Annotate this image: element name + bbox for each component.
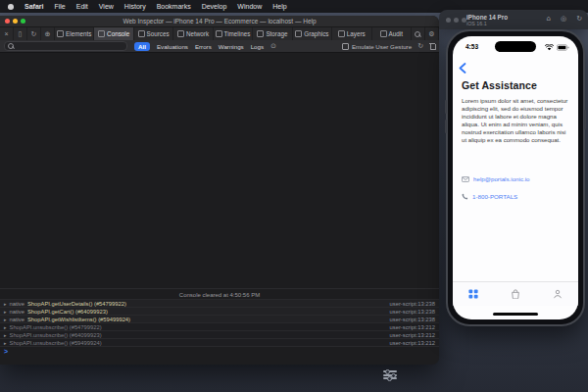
tab-console[interactable]: Console xyxy=(94,27,133,40)
log-row[interactable]: ▸ ShopAPI.unsubscribe() (#64099923) user… xyxy=(0,330,439,338)
console-filter-bar: All Evaluations Errors Warnings Logs ⊙ E… xyxy=(0,40,439,53)
menu-window[interactable]: Window xyxy=(237,3,262,10)
shopping-bag-tab-icon[interactable] xyxy=(511,289,520,299)
console-filter-input[interactable] xyxy=(4,41,127,51)
filter-sliders-icon[interactable] xyxy=(383,370,397,381)
menu-safari[interactable]: Safari xyxy=(24,3,43,10)
inspector-titlebar: Web Inspector — iPhone 14 Pro — Ecommerc… xyxy=(0,16,439,27)
simulator-device-title: iPhone 14 Pro xyxy=(466,14,508,21)
sim-minimize-button[interactable] xyxy=(454,18,459,23)
log-row[interactable]: ▸ native ShopAPI.getWishlistItems() (#59… xyxy=(0,315,439,322)
console-icon xyxy=(98,30,105,37)
scope-all[interactable]: All xyxy=(134,42,150,51)
menu-bookmarks[interactable]: Bookmarks xyxy=(157,3,191,10)
disclosure-triangle-icon[interactable]: ▸ xyxy=(4,324,7,330)
menu-view[interactable]: View xyxy=(99,3,114,10)
phone-link-row[interactable]: 1-800-PORTALS xyxy=(462,193,517,200)
home-icon[interactable]: ⌂ xyxy=(547,15,551,23)
reload-page-icon[interactable]: ↻ xyxy=(27,27,41,40)
emulate-user-gesture-toggle[interactable]: Emulate User Gesture xyxy=(342,43,412,50)
device-icon[interactable]: ▯ xyxy=(14,27,27,40)
simulator-os-subtitle: iOS 16.1 xyxy=(466,21,487,26)
status-bar-time: 4:53 xyxy=(466,43,478,50)
screenshot-icon[interactable]: ◎ xyxy=(561,15,566,23)
desktop: Safari File Edit View History Bookmarks … xyxy=(0,0,588,392)
profile-tab-icon[interactable] xyxy=(553,289,563,299)
layers-icon xyxy=(338,30,345,37)
console-log-list: ▸ native ShopAPI.getUserDetails() (#5479… xyxy=(0,299,439,346)
scope-logs[interactable]: Logs xyxy=(251,43,264,50)
log-source-link[interactable]: user-script:13:212 xyxy=(390,340,435,346)
console-output-area[interactable] xyxy=(0,53,439,288)
apps-grid-tab-icon[interactable] xyxy=(468,289,478,299)
inspector-window-title: Web Inspector — iPhone 14 Pro — Ecommerc… xyxy=(0,18,439,24)
menu-history[interactable]: History xyxy=(124,3,146,10)
phone-tab-bar xyxy=(453,281,578,306)
rotate-icon[interactable]: ↻ xyxy=(576,15,582,23)
tab-elements[interactable]: Elements xyxy=(55,27,94,40)
tab-network[interactable]: Network xyxy=(173,27,213,40)
tab-storage[interactable]: Storage xyxy=(253,27,292,40)
console-settings-icon[interactable]: ⊙ xyxy=(270,42,276,50)
apple-menu-icon[interactable] xyxy=(8,4,14,10)
disclosure-triangle-icon[interactable]: ▸ xyxy=(4,317,7,322)
close-inspector-icon[interactable]: × xyxy=(0,27,14,40)
menu-develop[interactable]: Develop xyxy=(202,3,227,10)
log-row[interactable]: ▸ native ShopAPI.getUserDetails() (#5479… xyxy=(0,299,439,307)
log-row[interactable]: ▸ ShopAPI.unsubscribe() (#59499924) user… xyxy=(0,338,439,346)
inspector-tab-bar: × ▯ ↻ ⊕ Elements Console Sources Network… xyxy=(0,27,439,40)
menu-edit[interactable]: Edit xyxy=(76,3,88,10)
clear-console-reload-icon[interactable]: ↻ xyxy=(417,42,423,50)
sim-close-button[interactable] xyxy=(446,18,451,23)
elements-icon xyxy=(57,30,64,37)
filter-search-icon xyxy=(8,43,14,49)
power-button[interactable] xyxy=(584,110,586,129)
trash-icon[interactable] xyxy=(429,43,435,49)
prompt-caret-icon: > xyxy=(4,348,8,355)
battery-icon xyxy=(557,44,569,51)
log-source-link[interactable]: user-script:13:238 xyxy=(390,309,435,315)
phone-link[interactable]: 1-800-PORTALS xyxy=(472,193,517,200)
assistance-body-text: Lorem ipsum dolor sit amet, consectetur … xyxy=(462,97,570,145)
search-icon[interactable] xyxy=(412,27,425,40)
log-row[interactable]: ▸ native ShopAPI.getCart() (#64099923) u… xyxy=(0,307,439,315)
simulator-window-titlebar: iPhone 14 Pro iOS 16.1 ⌂ ◎ ↻ xyxy=(439,10,588,29)
dynamic-island xyxy=(495,41,536,52)
disclosure-triangle-icon[interactable]: ▸ xyxy=(4,309,7,315)
audit-icon xyxy=(380,30,387,37)
graphics-icon xyxy=(295,30,302,37)
disclosure-triangle-icon[interactable]: ▸ xyxy=(4,301,7,307)
disclosure-triangle-icon[interactable]: ▸ xyxy=(4,340,7,346)
download-icon[interactable]: ⊕ xyxy=(41,27,55,40)
back-button[interactable] xyxy=(459,60,466,77)
tab-timelines[interactable]: Timelines xyxy=(214,27,253,40)
tab-sources[interactable]: Sources xyxy=(134,27,173,40)
volume-up-button[interactable] xyxy=(445,100,447,114)
email-link-row[interactable]: help@portals.ionic.io xyxy=(462,175,530,182)
tab-layers[interactable]: Layers xyxy=(332,27,371,40)
console-prompt[interactable]: > xyxy=(0,346,439,355)
scope-evaluations[interactable]: Evaluations xyxy=(157,43,188,50)
home-indicator[interactable] xyxy=(493,313,538,317)
log-source-link[interactable]: user-script:13:238 xyxy=(390,317,435,322)
menu-file[interactable]: File xyxy=(54,3,65,10)
phone-screen: 4:53 Get Assistance Lorem ipsum dolor si… xyxy=(453,36,578,319)
tab-graphics[interactable]: Graphics xyxy=(293,27,332,40)
status-bar-icons xyxy=(545,44,569,51)
menu-help[interactable]: Help xyxy=(272,3,286,10)
log-source-link[interactable]: user-script:13:212 xyxy=(390,332,435,338)
log-source-link[interactable]: user-script:13:238 xyxy=(390,301,435,307)
scope-errors[interactable]: Errors xyxy=(195,43,212,50)
log-source-link[interactable]: user-script:13:212 xyxy=(390,324,435,330)
disclosure-triangle-icon[interactable]: ▸ xyxy=(4,332,7,338)
checkbox-icon xyxy=(342,43,349,50)
network-icon xyxy=(177,30,184,37)
phone-handset-icon xyxy=(462,193,468,200)
settings-gear-icon[interactable]: ⚙ xyxy=(425,27,439,40)
tab-audit[interactable]: Audit xyxy=(372,27,412,40)
log-row[interactable]: ▸ ShopAPI.unsubscribe() (#54799922) user… xyxy=(0,322,439,330)
sources-icon xyxy=(138,30,145,37)
scope-warnings[interactable]: Warnings xyxy=(219,43,244,50)
volume-down-button[interactable] xyxy=(445,120,447,133)
email-link[interactable]: help@portals.ionic.io xyxy=(473,175,530,182)
